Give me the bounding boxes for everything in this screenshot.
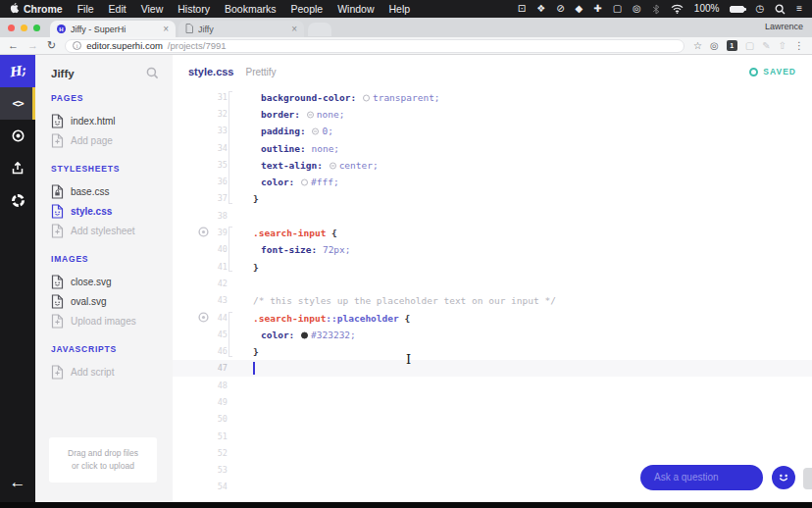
sidebar-item-add-stylesheet[interactable]: Add stylesheet bbox=[51, 221, 173, 240]
code-line[interactable]: 42 bbox=[173, 275, 812, 291]
code-area[interactable]: 31background-color: transparent;32border… bbox=[173, 88, 812, 495]
wifi-icon[interactable] bbox=[671, 4, 684, 14]
publish-button[interactable] bbox=[0, 152, 35, 184]
extension-disabled-icon-3[interactable]: ⇧ bbox=[779, 41, 787, 51]
close-tab-icon[interactable]: × bbox=[163, 24, 169, 34]
menu-item-window[interactable]: Window bbox=[337, 3, 374, 15]
sidebar-item-add-page[interactable]: Add page bbox=[51, 130, 173, 150]
sidebar-section-pages: PAGESindex.htmlAdd page bbox=[51, 93, 173, 150]
zoom-window-button[interactable] bbox=[33, 25, 40, 31]
address-bar[interactable]: i editor.superhi.com/projects/7991 bbox=[65, 39, 685, 53]
prettify-button[interactable]: Prettify bbox=[245, 67, 276, 77]
code-line[interactable]: 35text-align: center; bbox=[173, 156, 812, 173]
code-line[interactable]: 34outline: none; bbox=[173, 139, 812, 156]
menu-item-edit[interactable]: Edit bbox=[109, 3, 127, 15]
sidebar-item-style-css[interactable]: style.css bbox=[51, 201, 173, 221]
settings-button[interactable] bbox=[0, 184, 35, 217]
menu-item-help[interactable]: Help bbox=[389, 3, 411, 15]
code-line[interactable]: 38 bbox=[173, 207, 812, 224]
health-icon[interactable]: ✚ bbox=[593, 4, 601, 14]
sidebar-item-upload-images[interactable]: Upload images bbox=[51, 311, 173, 330]
close-tab-icon[interactable]: × bbox=[291, 24, 297, 34]
screen-bottom-edge bbox=[0, 502, 812, 508]
sidebar-item-base-css[interactable]: base.css bbox=[51, 181, 173, 201]
code-line[interactable]: 39.search-input { bbox=[173, 224, 812, 240]
code-line[interactable]: 49 bbox=[173, 393, 812, 410]
code-line[interactable]: 41} bbox=[173, 258, 812, 275]
menu-item-view[interactable]: View bbox=[141, 3, 164, 15]
menu-item-file[interactable]: File bbox=[77, 3, 94, 15]
widget-edge-tab[interactable] bbox=[803, 468, 812, 489]
code-view-button[interactable]: <> bbox=[0, 87, 35, 120]
code-line[interactable]: 48 bbox=[173, 377, 812, 393]
search-icon[interactable] bbox=[146, 67, 159, 79]
code-line[interactable]: 51 bbox=[173, 428, 812, 444]
extension-disabled-icon-1[interactable]: ▢ bbox=[745, 41, 754, 51]
code-line[interactable]: 33padding: 0; bbox=[173, 123, 812, 139]
file-dropzone[interactable]: Drag and drop files or click to upload bbox=[49, 437, 157, 483]
password-manager-icon[interactable]: 1 bbox=[727, 40, 737, 51]
notification-center-icon[interactable]: ≡ bbox=[796, 4, 802, 14]
extension-badge-icon[interactable]: ◎ bbox=[710, 41, 719, 51]
sidebar-item-add-script[interactable]: Add script bbox=[51, 362, 173, 381]
battery-percent-label[interactable]: 100% bbox=[694, 4, 720, 14]
back-arrow-button[interactable]: ← bbox=[10, 473, 26, 492]
menu-item-people[interactable]: People bbox=[290, 3, 323, 15]
editor-top-bar: style.css Prettify SAVED bbox=[173, 55, 812, 88]
close-window-button[interactable] bbox=[8, 25, 15, 31]
code-line[interactable]: 36color: #fff; bbox=[173, 173, 812, 189]
record-icon[interactable]: ◎ bbox=[633, 4, 641, 14]
window-icon[interactable]: ▢ bbox=[613, 4, 622, 14]
new-tab-button[interactable] bbox=[308, 23, 331, 36]
code-line[interactable]: 52 bbox=[173, 444, 812, 461]
tab-jiffy[interactable]: Jiffy × bbox=[178, 21, 304, 37]
page-info-icon[interactable]: i bbox=[73, 41, 81, 50]
menu-item-history[interactable]: History bbox=[178, 3, 210, 15]
code-line-text: } bbox=[253, 193, 259, 204]
menu-dots-icon[interactable]: ⋮ bbox=[794, 41, 804, 51]
code-line[interactable]: 45color: #323232; bbox=[173, 326, 812, 342]
bookmark-star-icon[interactable]: ☆ bbox=[693, 41, 702, 51]
code-line[interactable]: 43/* this styles up the placeholder text… bbox=[173, 292, 812, 309]
chat-smiley-button[interactable] bbox=[772, 466, 795, 489]
do-not-disturb-icon[interactable]: ⊘ bbox=[556, 4, 564, 14]
menu-item-bookmarks[interactable]: Bookmarks bbox=[225, 3, 277, 15]
dropbox-icon[interactable]: ❖ bbox=[536, 4, 545, 14]
ask-question-input[interactable]: Ask a question bbox=[640, 465, 763, 490]
code-line[interactable]: 37} bbox=[173, 190, 812, 207]
apple-menu-icon[interactable] bbox=[10, 3, 20, 15]
extension-disabled-icon-2[interactable]: ✎ bbox=[762, 41, 770, 51]
tab-title: Jiffy bbox=[198, 25, 286, 34]
code-line[interactable]: 47 bbox=[173, 360, 812, 377]
file-label: style.css bbox=[71, 206, 112, 217]
code-line[interactable]: 31background-color: transparent; bbox=[173, 88, 812, 105]
forward-icon[interactable]: → bbox=[27, 40, 38, 51]
menu-item-chrome[interactable]: Chrome bbox=[24, 3, 63, 15]
line-number: 45 bbox=[202, 330, 228, 339]
bluetooth-icon[interactable] bbox=[652, 4, 660, 15]
droplet-icon[interactable]: ◆ bbox=[576, 4, 584, 14]
file-icon bbox=[51, 365, 64, 380]
profile-name[interactable]: Lawrence bbox=[765, 22, 803, 31]
open-file-tab[interactable]: style.css bbox=[188, 66, 233, 77]
code-line[interactable]: 40font-size: 72px; bbox=[173, 241, 812, 258]
code-line[interactable]: 44.search-input::placeholder { bbox=[173, 309, 812, 326]
code-line[interactable]: 50 bbox=[173, 411, 812, 428]
superhi-logo[interactable]: H; bbox=[0, 55, 35, 87]
sidebar-item-index-html[interactable]: index.html bbox=[51, 111, 173, 130]
battery-icon[interactable] bbox=[730, 6, 744, 13]
code-line[interactable]: 46} bbox=[173, 342, 812, 359]
color-swatch-none-icon bbox=[312, 128, 319, 135]
display-icon[interactable]: ⊡ bbox=[518, 4, 526, 14]
reload-icon[interactable]: ↻ bbox=[47, 40, 56, 51]
preview-button[interactable] bbox=[0, 120, 35, 152]
sidebar-item-close-svg[interactable]: close.svg bbox=[51, 272, 173, 291]
sidebar-item-oval-svg[interactable]: oval.svg bbox=[51, 291, 173, 311]
minimize-window-button[interactable] bbox=[21, 25, 27, 31]
code-line[interactable]: 32border: none; bbox=[173, 105, 812, 122]
clock-icon[interactable]: ◷ bbox=[755, 4, 764, 14]
tab-jiffy-superhi[interactable]: H Jiffy - SuperHi × bbox=[50, 21, 176, 37]
line-number: 46 bbox=[202, 346, 228, 356]
spotlight-icon[interactable] bbox=[775, 4, 786, 15]
back-icon[interactable]: ← bbox=[8, 40, 19, 51]
